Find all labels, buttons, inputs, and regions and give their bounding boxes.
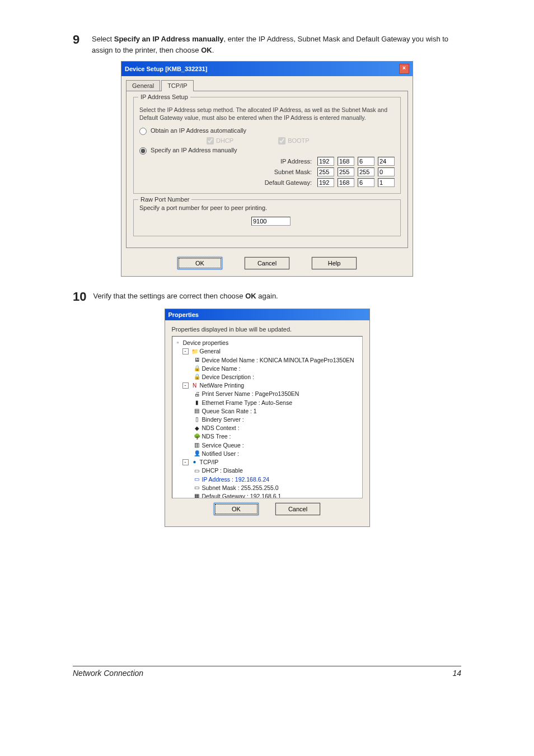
box-icon: ▫ [175, 340, 181, 347]
ip-oct4[interactable] [378, 157, 395, 166]
tree-subnet[interactable]: ▭Subnet Mask : 255.255.255.0 [175, 484, 360, 492]
ok-button-2[interactable]: OK [214, 503, 259, 515]
step10-number: 10 [73, 291, 86, 303]
properties-dialog: Properties Properties displayed in blue … [165, 309, 370, 527]
raw-port-fieldset: Raw Port Number Specify a port number fo… [133, 199, 401, 236]
help-button[interactable]: Help [312, 257, 357, 269]
close-icon[interactable]: × [399, 64, 409, 74]
raw-port-legend: Raw Port Number [138, 196, 191, 203]
collapse-icon[interactable]: - [182, 459, 189, 465]
tree-root[interactable]: ▫Device properties [175, 339, 360, 347]
lock-icon: 🔒 [194, 365, 200, 372]
checkbox-dhcp-label: DHCP [216, 137, 233, 144]
gateway-oct3[interactable] [358, 178, 374, 187]
radio-auto[interactable] [139, 128, 147, 135]
tree-queuerate[interactable]: ▤Queue Scan Rate : 1 [175, 407, 360, 416]
tree-ndscontext[interactable]: ◆NDS Context : [175, 424, 360, 432]
tree-model[interactable]: 🖥Device Model Name : KONICA MINOLTA Page… [175, 356, 360, 365]
properties-note: Properties displayed in blue will be upd… [172, 326, 363, 333]
tab-tcpip[interactable]: TCP/IP [161, 80, 193, 91]
lock-icon: 🔒 [194, 374, 200, 381]
page-footer: Network Connection 14 [73, 666, 461, 678]
device-setup-dialog: Device Setup [KMB_332231] × General TCP/… [121, 61, 413, 277]
ip-address-setup-fieldset: IP Address Setup Select the IP Address s… [133, 97, 401, 194]
subnet-oct2[interactable] [338, 167, 354, 176]
step9-number: 9 [73, 34, 85, 46]
footer-left: Network Connection [73, 669, 143, 678]
dialog2-title: Properties [168, 311, 199, 318]
ip-address-label: IP Address: [250, 158, 312, 165]
ip-setup-legend: IP Address Setup [138, 94, 190, 100]
radio-manual-label: Specify an IP Address manually [151, 147, 237, 153]
ip-oct2[interactable] [338, 157, 354, 166]
step10-text: Verify that the settings are correct the… [93, 291, 461, 302]
tree-pane[interactable]: ▫Device properties -📁General 🖥Device Mod… [172, 336, 363, 498]
dialog-title: Device Setup [KMB_332231] [125, 66, 207, 72]
subnet-oct1[interactable] [317, 167, 334, 176]
tree-icon: 🌳 [194, 433, 200, 440]
card-icon: ▭ [194, 468, 200, 474]
folder-icon: 📁 [191, 348, 198, 355]
tree-general[interactable]: -📁General [175, 347, 360, 356]
checkbox-bootp-label: BOOTP [288, 137, 310, 144]
ethernet-icon: ▮ [194, 399, 200, 406]
cancel-button[interactable]: Cancel [245, 257, 289, 269]
gateway-oct1[interactable] [317, 178, 334, 187]
tab-bar: General TCP/IP [121, 76, 413, 91]
tree-tcpip[interactable]: -●TCP/IP [175, 458, 360, 466]
gateway-oct4[interactable] [378, 178, 395, 187]
raw-port-input[interactable] [251, 217, 291, 226]
tree-bindery[interactable]: ▯Bindery Server : [175, 416, 360, 424]
tree-dhcp[interactable]: ▭DHCP : Disable [175, 466, 360, 475]
subnet-label: Subnet Mask: [250, 169, 312, 175]
card-icon: ▭ [194, 476, 200, 483]
collapse-icon[interactable]: - [182, 382, 189, 389]
titlebar2: Properties [165, 309, 369, 320]
checkbox-bootp [278, 137, 285, 144]
radio-manual[interactable] [139, 147, 147, 155]
cancel-button-2[interactable]: Cancel [275, 503, 320, 515]
tree-ipaddr[interactable]: ▭IP Address : 192.168.6.24 [175, 475, 360, 484]
tree-printserver[interactable]: 🖨Print Server Name : PagePro1350EN [175, 390, 360, 398]
tree-ethernet[interactable]: ▮Ethernet Frame Type : Auto-Sense [175, 399, 360, 407]
footer-right: 14 [452, 669, 461, 678]
globe-icon: ● [191, 459, 198, 466]
queue-icon: ▥ [194, 442, 200, 449]
printer-icon: 🖨 [194, 391, 200, 398]
gateway-label: Default Gateway: [250, 179, 312, 186]
gateway-oct2[interactable] [338, 178, 354, 187]
tree-servicequeue[interactable]: ▥Service Queue : [175, 441, 360, 450]
ip-oct1[interactable] [317, 157, 334, 166]
queue-icon: ▤ [194, 408, 200, 414]
ip-oct3[interactable] [358, 157, 374, 166]
raw-port-text: Specify a port number for peer to peer p… [139, 204, 395, 211]
checkbox-dhcp [207, 137, 214, 144]
tree-netware[interactable]: -NNetWare Printing [175, 381, 360, 390]
tree-ndstree[interactable]: 🌳NDS Tree : [175, 432, 360, 441]
collapse-icon[interactable]: - [182, 348, 189, 354]
card-icon: ▦ [194, 493, 200, 498]
n-icon: N [191, 382, 198, 389]
user-icon: 👤 [194, 451, 200, 458]
ok-button[interactable]: OK [177, 257, 222, 269]
tree-icon: ◆ [194, 425, 200, 432]
tree-devdesc[interactable]: 🔒Device Description : [175, 373, 360, 381]
tree-gateway[interactable]: ▦Default Gateway : 192.168.6.1 [175, 492, 360, 498]
card-icon: ▭ [194, 484, 200, 491]
tree-notified[interactable]: 👤Notified User : [175, 450, 360, 458]
titlebar: Device Setup [KMB_332231] × [121, 62, 413, 76]
monitor-icon: 🖥 [194, 357, 200, 363]
step9-text: Select Specify an IP Address manually, e… [92, 34, 461, 55]
server-icon: ▯ [194, 417, 200, 423]
subnet-oct3[interactable] [358, 167, 374, 176]
subnet-oct4[interactable] [378, 167, 395, 176]
radio-auto-label: Obtain an IP Address automatically [151, 127, 246, 134]
ip-setup-description: Select the IP Address setup method. The … [139, 106, 395, 122]
tab-general[interactable]: General [126, 80, 160, 91]
tree-devname[interactable]: 🔒Device Name : [175, 365, 360, 373]
